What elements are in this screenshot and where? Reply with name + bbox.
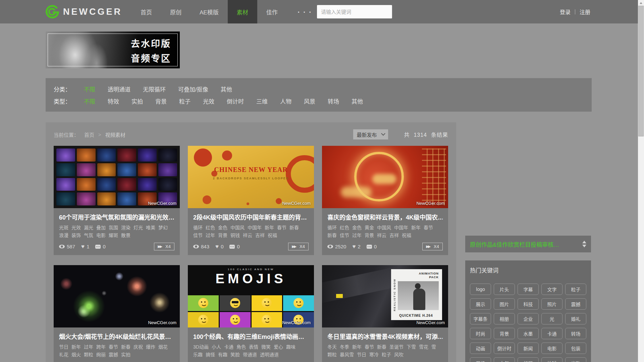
keyword-button[interactable]: logo	[470, 284, 491, 295]
keyword-button[interactable]: 图片	[494, 298, 515, 310]
keyword-button[interactable]: 文字	[541, 284, 562, 295]
comments-stat[interactable]: 0	[95, 244, 105, 249]
tag-link[interactable]: 表情	[249, 344, 258, 350]
tag-link[interactable]: 雪花	[419, 344, 428, 350]
tag-link[interactable]: 中国风	[377, 225, 391, 230]
tag-link[interactable]: 跨年	[96, 344, 106, 350]
tag-link[interactable]: 搞怪	[206, 352, 215, 357]
card-title[interactable]: 2段4K级中国风农历中国年新春主题的背…	[193, 213, 309, 221]
site-logo[interactable]: NEWCGER	[46, 5, 122, 18]
tag-link[interactable]: 新春	[289, 225, 299, 230]
keyword-button[interactable]: 字幕条	[470, 313, 491, 324]
tag-link[interactable]: 新年	[265, 225, 274, 230]
filter-option[interactable]: 不限	[84, 85, 95, 93]
tag-link[interactable]: 耀斑	[109, 233, 118, 238]
tag-link[interactable]: 角色	[236, 344, 246, 350]
tag-link[interactable]: 循环	[193, 225, 203, 230]
tag-link[interactable]: 乐趣	[193, 352, 203, 357]
keyword-button[interactable]: 光	[541, 313, 562, 324]
filter-option[interactable]: 不限	[84, 97, 95, 105]
tag-link[interactable]: 风吹	[394, 352, 404, 357]
tag-link[interactable]: 金色	[352, 225, 362, 230]
card-title[interactable]: 喜庆的金色窗棂和祥云背景，4K级中国农…	[327, 213, 443, 221]
scrollbar-up-button[interactable]	[638, 0, 644, 6]
keyword-button[interactable]: 科技	[518, 298, 539, 310]
tag-link[interactable]: 过年	[84, 344, 93, 350]
tag-link[interactable]: 中国年	[394, 225, 408, 230]
tag-link[interactable]: 春节	[365, 344, 374, 350]
page-scrollbar[interactable]	[638, 0, 644, 362]
keyword-button[interactable]: 转场	[565, 328, 586, 339]
filter-option[interactable]: 其他	[352, 97, 363, 105]
filter-option[interactable]: 实拍	[131, 97, 143, 105]
likes-stat[interactable]: ♥0	[215, 244, 223, 249]
tag-link[interactable]: 颗粒	[327, 352, 337, 357]
tag-link[interactable]: 铜钱	[230, 233, 240, 238]
keyword-button[interactable]: 大气	[494, 357, 515, 362]
keyword-button[interactable]: 包装	[565, 343, 586, 354]
keyword-button[interactable]: 粒子	[565, 284, 586, 295]
tag-link[interactable]: 烟花	[158, 344, 168, 350]
nav-item[interactable]: ・・・	[287, 0, 322, 23]
tag-link[interactable]: 背景	[365, 233, 374, 238]
tag-link[interactable]: 新年	[71, 344, 81, 350]
filter-option[interactable]: 风景	[304, 97, 315, 105]
filter-option[interactable]: 三维	[256, 97, 268, 105]
tag-link[interactable]: 震撼	[109, 352, 118, 357]
material-card[interactable]: NewCGer.com 60个可用于渲染气氛和氛围的漏光和光效… 光斑光效漏光叠…	[54, 146, 180, 255]
comments-stat[interactable]: 0	[229, 244, 239, 249]
keyword-button[interactable]: 卡通	[541, 328, 562, 339]
tag-link[interactable]: 渲染	[121, 225, 130, 230]
tag-link[interactable]: 卡通	[224, 344, 233, 350]
tag-link[interactable]: 节日	[357, 352, 366, 357]
tag-link[interactable]: 新春	[121, 344, 130, 350]
keyword-button[interactable]: 地球	[541, 357, 562, 362]
tag-link[interactable]: 中国年	[248, 225, 262, 230]
keyword-button[interactable]: 水墨	[518, 328, 539, 339]
filter-option[interactable]: 倒计时	[227, 97, 244, 105]
tag-link[interactable]: 浪漫	[59, 233, 68, 238]
tag-link[interactable]: 带通道	[243, 352, 257, 357]
tag-link[interactable]: 小人	[212, 344, 221, 350]
material-card[interactable]: CHINESE NEW YEAR 2 BACKDROPS SEAMLESSLY …	[188, 146, 314, 255]
tag-link[interactable]: 光效	[71, 225, 81, 230]
tag-link[interactable]: 春节	[109, 344, 118, 350]
tag-link[interactable]: 趣味	[286, 344, 296, 350]
tag-link[interactable]: 红色	[206, 225, 215, 230]
tag-link[interactable]: 春节	[277, 225, 286, 230]
tag-link[interactable]: 梦幻	[158, 225, 168, 230]
card-thumbnail[interactable]: CHINESE NEW YEAR 2 BACKDROPS SEAMLESSLY …	[188, 146, 314, 208]
tag-link[interactable]: 实拍	[121, 352, 130, 357]
tag-link[interactable]: 漏光	[84, 225, 93, 230]
tag-link[interactable]: 爱心	[274, 344, 283, 350]
keyword-button[interactable]: 婚礼	[565, 313, 586, 324]
keyword-button[interactable]: 动画	[470, 343, 491, 354]
keyword-button[interactable]: 倒计时	[494, 343, 515, 354]
filter-option[interactable]: 转场	[328, 97, 339, 105]
search-input[interactable]	[317, 5, 392, 18]
tag-link[interactable]: 有趣	[218, 352, 227, 357]
tag-link[interactable]: 祥云	[377, 233, 386, 238]
tag-link[interactable]: 寒冷	[369, 352, 379, 357]
tag-link[interactable]: 红色	[340, 225, 349, 230]
filter-option[interactable]: 可叠加/抠像	[178, 85, 208, 93]
keyword-button[interactable]: 新闻	[518, 343, 539, 354]
notice-link[interactable]: 原创作品&佳作欣赏栏目投稿审核…	[470, 240, 559, 248]
filter-option[interactable]: 透明通道	[108, 85, 130, 93]
tag-link[interactable]: 唯美	[146, 225, 155, 230]
keyword-button[interactable]: 照片	[541, 298, 562, 310]
tag-link[interactable]: 冬季	[340, 344, 349, 350]
scroll-down-icon[interactable]	[582, 245, 586, 247]
audio-zone-banner[interactable]: 去水印版 音频专区	[46, 32, 180, 68]
sort-dropdown[interactable]: 最新发布	[353, 129, 388, 140]
tag-link[interactable]: 佳节	[193, 233, 203, 238]
tag-link[interactable]: 装饰	[71, 233, 81, 238]
nav-item[interactable]: 原创	[161, 0, 191, 23]
keyword-button[interactable]: 开场	[470, 357, 491, 362]
material-card[interactable]: NewCGer.com 烟火大会/烟花节上的4K级灿烂礼花风景… 节日新年过年跨…	[54, 265, 180, 362]
card-thumbnail[interactable]: NewCGer.com	[54, 265, 180, 327]
card-title[interactable]: 冬日里逼真的冰雪雪景4K视频素材，可添…	[327, 332, 443, 341]
filter-option[interactable]: 人物	[280, 97, 291, 105]
card-title[interactable]: 60个可用于渲染气氛和氛围的漏光和光效…	[59, 213, 174, 221]
tag-link[interactable]: 新年	[411, 225, 421, 230]
